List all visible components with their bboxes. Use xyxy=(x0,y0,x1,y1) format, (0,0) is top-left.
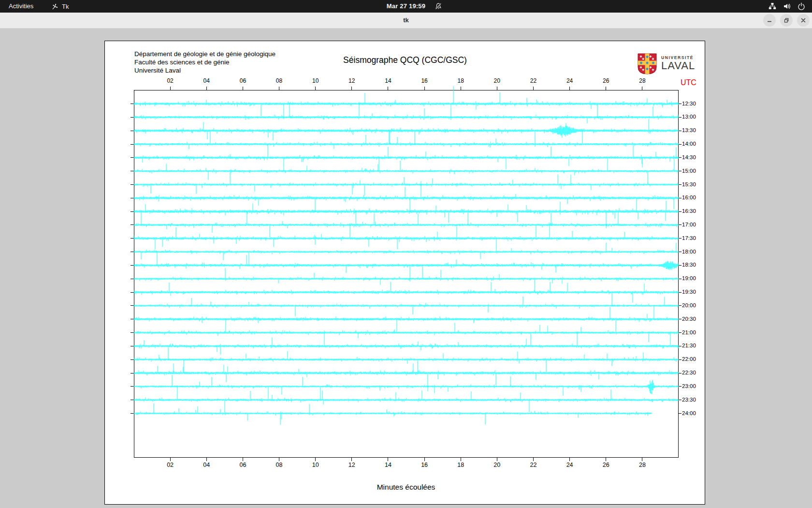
utc-time-row-label: 15:30 xyxy=(682,181,696,187)
seismo-trace-row xyxy=(134,144,679,171)
utc-label: UTC xyxy=(681,78,696,87)
utc-time-row-label: 12:30 xyxy=(682,101,696,106)
x-axis-tick-label-top: 08 xyxy=(272,77,287,84)
restore-icon xyxy=(783,17,789,23)
utc-time-row-label: 20:30 xyxy=(682,316,696,322)
network-wired-icon xyxy=(768,2,776,10)
seismo-trace-row xyxy=(134,175,679,196)
seismo-trace-row xyxy=(134,318,679,345)
activities-button[interactable]: Activities xyxy=(7,0,35,13)
x-axis-tick-label-top: 04 xyxy=(199,77,214,84)
gnome-top-bar: Activities Tk Mar 27 19:59 xyxy=(0,0,812,13)
header-line-2: Faculté des sciences et de génie xyxy=(134,58,276,66)
x-axis-tick-label-bottom: 26 xyxy=(599,462,613,468)
header-line-3: Université Laval xyxy=(134,66,276,75)
department-header: Département de géologie et de génie géol… xyxy=(134,50,276,75)
utc-time-row-label: 15:00 xyxy=(682,168,696,174)
x-axis-tick-label-bottom: 02 xyxy=(163,462,177,468)
seismo-trace-row xyxy=(134,181,679,212)
plot-border xyxy=(134,90,679,458)
seismograph-canvas: Département de géologie et de génie géol… xyxy=(104,41,705,505)
seismo-trace-row xyxy=(134,252,679,282)
chart-title: Séismographe QCQ (CGC/GSC) xyxy=(343,55,467,65)
notifications-muted-icon xyxy=(435,2,442,10)
seismo-trace-row xyxy=(134,158,679,184)
window-controls xyxy=(763,14,810,27)
close-button[interactable] xyxy=(797,14,810,27)
seismo-trace-row xyxy=(134,130,679,149)
header-line-1: Département de géologie et de génie géol… xyxy=(134,50,276,58)
window-title: tk xyxy=(403,13,409,28)
x-axis-tick-label-bottom: 24 xyxy=(563,462,577,468)
x-axis-tick-label-top: 16 xyxy=(417,77,432,84)
clock-menu[interactable]: Mar 27 19:59 xyxy=(387,0,425,13)
volume-icon xyxy=(783,2,791,10)
x-axis-tick-label-top: 02 xyxy=(163,77,177,84)
x-axis-tick-label-top: 20 xyxy=(490,77,504,84)
tk-app-icon xyxy=(51,3,58,10)
x-axis-tick-label-bottom: 16 xyxy=(417,462,432,468)
utc-time-row-label: 13:00 xyxy=(682,114,696,120)
x-axis-tick-label-top: 14 xyxy=(381,77,395,84)
seismo-trace-row xyxy=(134,86,679,120)
x-axis-tick-label-bottom: 14 xyxy=(381,462,395,468)
x-axis-tick-label-top: 12 xyxy=(345,77,359,84)
restore-button[interactable] xyxy=(780,14,793,27)
seismogram-plot: UTC Minutes écoulées 0202040406060808101… xyxy=(134,90,679,458)
x-axis-title: Minutes écoulées xyxy=(377,483,435,492)
utc-time-row-label: 16:00 xyxy=(682,194,696,200)
laval-shield-icon xyxy=(637,53,658,75)
seismogram-traces xyxy=(134,90,679,458)
seismo-trace-row xyxy=(134,297,679,316)
x-axis-tick-label-bottom: 10 xyxy=(308,462,323,468)
utc-time-row-label: 13:30 xyxy=(682,127,696,133)
seismo-trace-row xyxy=(134,282,679,305)
axis-ticks xyxy=(130,87,682,461)
x-axis-tick-label-bottom: 20 xyxy=(490,462,504,468)
app-menu-label: Tk xyxy=(62,3,69,10)
seismo-trace-row xyxy=(134,331,679,360)
minimize-button[interactable] xyxy=(763,14,776,27)
utc-time-row-label: 18:00 xyxy=(682,249,696,254)
x-axis-tick-label-top: 06 xyxy=(235,77,250,84)
x-axis-tick-label-bottom: 12 xyxy=(345,462,359,468)
utc-time-row-label: 14:30 xyxy=(682,154,696,160)
utc-time-row-label: 19:00 xyxy=(682,275,696,281)
seismo-trace-row xyxy=(134,224,679,250)
utc-time-row-label: 23:00 xyxy=(682,383,696,389)
x-axis-tick-label-top: 10 xyxy=(308,77,323,84)
seismo-trace-row xyxy=(134,403,652,425)
utc-time-row-label: 17:00 xyxy=(682,222,696,227)
power-icon xyxy=(798,2,805,10)
close-icon xyxy=(800,17,806,23)
x-axis-tick-label-bottom: 04 xyxy=(199,462,214,468)
seismo-trace-row xyxy=(134,306,679,324)
seismo-trace-row xyxy=(134,375,679,399)
x-axis-tick-label-bottom: 22 xyxy=(526,462,541,468)
x-axis-tick-label-bottom: 06 xyxy=(235,462,250,468)
utc-time-row-label: 20:00 xyxy=(682,302,696,308)
utc-time-row-label: 14:00 xyxy=(682,141,696,147)
logo-text-laval: LAVAL xyxy=(661,60,695,71)
seismo-trace-row xyxy=(134,351,679,373)
seismo-trace-row xyxy=(134,386,679,413)
x-axis-tick-label-top: 28 xyxy=(635,77,650,84)
utc-time-row-label: 24:00 xyxy=(682,410,696,416)
utc-time-row-label: 22:30 xyxy=(682,370,696,375)
app-menu-tk[interactable]: Tk xyxy=(51,0,69,13)
utc-time-row-label: 23:30 xyxy=(682,397,696,403)
x-axis-tick-label-top: 22 xyxy=(526,77,541,84)
utc-time-row-label: 16:30 xyxy=(682,208,696,214)
utc-time-row-label: 18:30 xyxy=(682,262,696,268)
utc-time-row-label: 21:00 xyxy=(682,329,696,335)
x-axis-tick-label-top: 24 xyxy=(563,77,577,84)
window-titlebar[interactable]: tk xyxy=(0,13,812,29)
seismo-trace-row xyxy=(134,239,679,265)
x-axis-tick-label-top: 18 xyxy=(453,77,468,84)
utc-time-row-label: 17:30 xyxy=(682,235,696,241)
x-axis-tick-label-bottom: 08 xyxy=(272,462,287,468)
minimize-icon xyxy=(767,17,772,23)
system-status-area[interactable] xyxy=(768,0,805,13)
utc-time-row-label: 21:30 xyxy=(682,343,696,348)
utc-time-row-label: 22:00 xyxy=(682,356,696,362)
